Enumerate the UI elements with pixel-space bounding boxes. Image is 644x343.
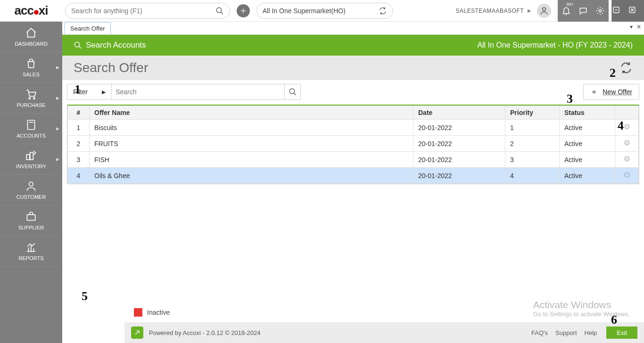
footer-powered: Powered by Accoxi - 2.0.12 © 2018-2024	[149, 329, 261, 336]
sidebar-item-inventory[interactable]: INVENTORY▶	[0, 144, 62, 175]
sidebar-item-dashboard[interactable]: DASHBOARD	[0, 22, 62, 52]
row-menu-button[interactable]	[623, 139, 631, 147]
cell-priority: 3	[505, 152, 560, 168]
bell-icon	[561, 6, 571, 16]
new-offer-button[interactable]: ＋ New Offer	[583, 84, 639, 100]
svg-line-1	[221, 12, 223, 14]
gear-icon	[595, 6, 605, 16]
offers-table: # Offer Name Date Priority Status 1Biscu…	[67, 106, 639, 184]
sidebar-item-purchase[interactable]: PURCHASE▶	[0, 83, 62, 114]
plus-icon: ＋	[590, 87, 598, 97]
table-row[interactable]: 4Oils & Ghee20-01-20224Active	[68, 168, 639, 184]
sidebar-item-label: REPORTS	[19, 255, 44, 261]
sidebar-item-accounts[interactable]: ACCOUNTS▶	[0, 114, 62, 144]
sidebar-item-supplier[interactable]: SUPPLIER	[0, 205, 62, 236]
context-bar: Search Accounts All In One Supermarket -…	[62, 35, 644, 56]
quick-add-button[interactable]	[237, 4, 250, 17]
table-row[interactable]: 1Biscuits20-01-20221Active	[68, 120, 639, 136]
tab-bar: Search Offer ▾ ✕	[62, 22, 644, 35]
cell-status: Active	[560, 136, 615, 152]
case-icon	[25, 211, 37, 223]
row-menu-button[interactable]	[623, 171, 631, 179]
new-offer-label: New Offer	[603, 88, 632, 96]
company-selector[interactable]: All In One Supermarket(HO)	[256, 3, 393, 19]
sidebar-item-sales[interactable]: SALES▶	[0, 52, 62, 83]
app-logo: acc•xi	[0, 0, 62, 22]
col-idx[interactable]: #	[68, 106, 90, 120]
tab-close-all[interactable]: ✕	[636, 24, 641, 30]
svg-point-31	[289, 89, 295, 94]
cell-name: Biscuits	[90, 120, 413, 136]
search-icon	[74, 41, 82, 49]
table-row[interactable]: 3FISH20-01-20223Active	[68, 152, 639, 168]
caret-right-icon: ▶	[56, 157, 59, 162]
filter-button[interactable]: Filter ▶	[67, 84, 112, 100]
caret-right-icon: ▶	[528, 8, 531, 13]
svg-rect-22	[30, 153, 33, 160]
footer-logo	[131, 327, 143, 339]
close-icon	[628, 6, 636, 14]
cell-idx: 3	[68, 152, 90, 168]
tab-search-offer[interactable]: Search Offer	[64, 22, 111, 34]
table-search[interactable]	[111, 84, 285, 100]
minimize-window-button[interactable]	[612, 6, 628, 16]
cell-date: 20-01-2022	[413, 120, 505, 136]
cell-name: FISH	[90, 152, 413, 168]
caret-right-icon: ▶	[56, 65, 59, 70]
sidebar-item-reports[interactable]: REPORTS	[0, 236, 62, 267]
user-name: SALESTEAMAABASOFT	[455, 8, 524, 14]
menu-lines-icon	[623, 155, 631, 163]
notification-badge: 99+	[567, 2, 574, 7]
col-date[interactable]: Date	[413, 106, 505, 120]
sidebar-item-customer[interactable]: CUSTOMER	[0, 175, 62, 205]
svg-point-5	[599, 9, 602, 12]
cell-actions	[615, 152, 639, 168]
notifications-button[interactable]: 99+	[558, 0, 575, 22]
refresh-button[interactable]	[619, 61, 633, 74]
cell-priority: 1	[505, 120, 560, 136]
caret-right-icon: ▶	[56, 96, 59, 100]
col-priority[interactable]: Priority	[505, 106, 560, 120]
avatar[interactable]	[537, 4, 551, 18]
global-search[interactable]	[65, 3, 230, 19]
legend: Inactive	[134, 308, 170, 317]
table-search-input[interactable]	[116, 88, 281, 96]
svg-point-11	[29, 98, 30, 99]
svg-point-0	[216, 8, 222, 13]
exit-button[interactable]: Exit	[606, 327, 637, 339]
sidebar-item-label: ACCOUNTS	[17, 133, 46, 139]
cell-date: 20-01-2022	[413, 152, 505, 168]
footer-link-support[interactable]: Support	[555, 329, 577, 336]
cell-actions	[615, 120, 639, 136]
sidebar-item-label: INVENTORY	[16, 163, 46, 169]
svg-line-30	[79, 46, 81, 49]
calc-icon	[25, 119, 37, 131]
cell-priority: 2	[505, 136, 560, 152]
table-header-row: # Offer Name Date Priority Status	[68, 106, 639, 120]
messages-button[interactable]	[575, 0, 592, 22]
cell-name: Oils & Ghee	[90, 168, 413, 184]
cell-actions	[615, 168, 639, 184]
svg-point-12	[33, 98, 35, 99]
row-menu-button[interactable]	[623, 155, 631, 163]
cell-status: Active	[560, 168, 615, 184]
close-window-button[interactable]	[628, 6, 644, 16]
footer-link-faqs[interactable]: FAQ's	[531, 329, 548, 336]
cell-date: 20-01-2022	[413, 136, 505, 152]
chat-icon	[578, 6, 588, 16]
global-search-input[interactable]	[71, 7, 215, 15]
col-name[interactable]: Offer Name	[90, 106, 413, 120]
col-actions	[615, 106, 639, 120]
table-row[interactable]: 2FRUITS20-01-20222Active	[68, 136, 639, 152]
tab-menu-caret[interactable]: ▾	[630, 24, 633, 30]
cell-idx: 1	[68, 120, 90, 136]
row-menu-button[interactable]	[623, 122, 631, 131]
minimize-icon	[612, 6, 620, 14]
settings-button[interactable]	[592, 0, 609, 22]
footer-link-help[interactable]: Help	[585, 329, 597, 336]
cell-name: FRUITS	[90, 136, 413, 152]
plus-icon	[239, 7, 247, 15]
table-search-button[interactable]	[285, 84, 301, 100]
page-title: Search Offer	[74, 60, 148, 75]
col-status[interactable]: Status	[560, 106, 615, 120]
